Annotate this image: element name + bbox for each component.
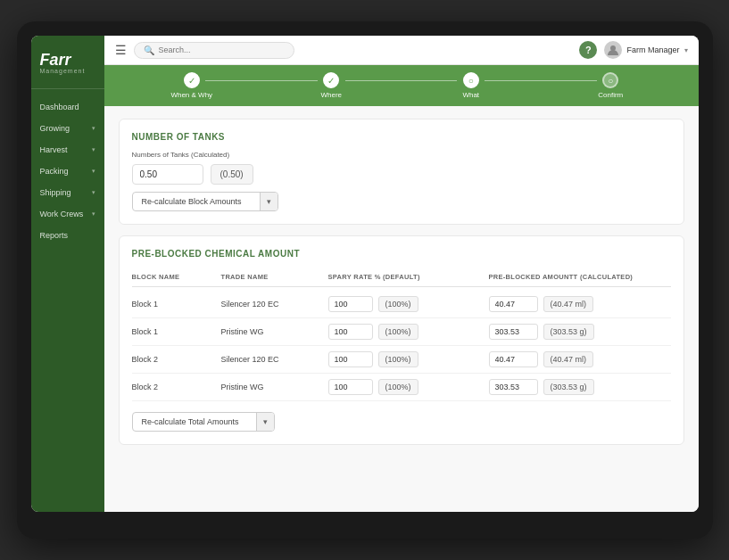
spray-rate-input[interactable]: [328, 379, 373, 395]
table-row: Block 1 Silencer 120 EC (100%) (40.47 ml…: [132, 291, 671, 318]
tanks-section-title: NUMBER OF TANKS: [132, 132, 671, 142]
sidebar-item-packing[interactable]: Packing ▾: [31, 161, 104, 182]
tanks-calculated-display: (0.50): [211, 164, 253, 185]
sidebar-label: Shipping: [40, 188, 92, 197]
chevron-icon: ▾: [92, 189, 95, 196]
amount-input[interactable]: [489, 351, 538, 367]
sidebar-label: Packing: [40, 167, 92, 176]
chevron-icon: ▾: [92, 146, 95, 153]
user-menu[interactable]: Farm Manager ▾: [604, 41, 687, 59]
user-avatar: [604, 41, 622, 59]
search-input[interactable]: [159, 45, 285, 54]
chemical-table: BLOCK NAME TRADE NAME SPARY RATE % (DEFA…: [132, 268, 671, 401]
chevron-icon: ▾: [92, 125, 95, 132]
tanks-field-label: Numbers of Tanks (Calculated): [132, 151, 671, 159]
recalculate-total-button[interactable]: Re-calculate Total Amounts ▾: [132, 412, 276, 432]
wizard-steps: ✓ When & Why ✓ Where ○ What ○ Confirm: [104, 65, 699, 106]
chevron-icon: ▾: [92, 168, 95, 175]
chemical-section-title: PRE-BLOCKED CHEMICAL AMOUNT: [132, 249, 671, 259]
spray-calc-display: (100%): [378, 379, 418, 395]
spray-calc-display: (100%): [378, 296, 418, 312]
sidebar-label: Reports: [40, 231, 95, 240]
step-circle-3: ○: [463, 72, 479, 88]
amount-calc-display: (303.53 g): [543, 324, 594, 340]
trade-name-cell: Silencer 120 EC: [221, 355, 328, 364]
amount-calc-display: (303.53 g): [543, 379, 594, 395]
spray-rate-cell: (100%): [328, 324, 489, 340]
col-header-block: BLOCK NAME: [132, 273, 221, 281]
recalculate-block-button[interactable]: Re-calculate Block Amounts ▾: [132, 192, 278, 211]
col-header-trade: TRADE NAME: [221, 273, 328, 281]
block-name-cell: Block 1: [132, 300, 221, 309]
sidebar-item-work-crews[interactable]: Work Crews ▾: [31, 203, 104, 225]
amount-cell: (40.47 ml): [489, 351, 671, 367]
col-header-amount: PRE-BLOCKED AMOUNTT (CALCULATED): [489, 273, 671, 281]
amount-input[interactable]: [489, 324, 538, 340]
amount-cell: (303.53 g): [489, 324, 671, 340]
tanks-card: NUMBER OF TANKS Numbers of Tanks (Calcul…: [119, 119, 684, 225]
step-what[interactable]: ○ What: [402, 72, 542, 99]
main-area: ☰ 🔍 ? Farm Manager ▾: [104, 36, 699, 512]
table-header: BLOCK NAME TRADE NAME SPARY RATE % (DEFA…: [132, 268, 671, 287]
step-circle-4: ○: [602, 72, 618, 88]
spray-rate-input[interactable]: [328, 324, 373, 340]
trade-name-cell: Silencer 120 EC: [221, 300, 328, 309]
sidebar-label: Growing: [40, 124, 92, 133]
step-where[interactable]: ✓ Where: [261, 72, 402, 99]
sidebar-item-harvest[interactable]: Harvest ▾: [31, 139, 104, 161]
step-label-1: When & Why: [170, 91, 212, 99]
sidebar-item-reports[interactable]: Reports: [31, 225, 104, 246]
table-row: Block 1 Pristine WG (100%) (303.53 g): [132, 318, 671, 346]
block-name-cell: Block 1: [132, 327, 221, 336]
step-label-3: What: [462, 91, 479, 99]
tanks-input-row: (0.50): [132, 164, 671, 185]
table-row: Block 2 Pristine WG (100%) (303.53 g): [132, 374, 671, 401]
step-confirm[interactable]: ○ Confirm: [541, 72, 681, 99]
chevron-icon: ▾: [92, 210, 95, 218]
spray-rate-cell: (100%): [328, 379, 489, 395]
topbar: ☰ 🔍 ? Farm Manager ▾: [104, 36, 699, 65]
block-name-cell: Block 2: [132, 355, 221, 364]
sidebar-label: Work Crews: [40, 210, 92, 218]
amount-calc-display: (40.47 ml): [543, 296, 594, 312]
spray-calc-display: (100%): [378, 351, 418, 367]
sidebar-label: Harvest: [40, 145, 92, 154]
help-button[interactable]: ?: [579, 41, 597, 59]
tanks-value-input[interactable]: [132, 164, 203, 185]
step-when-why[interactable]: ✓ When & Why: [122, 72, 262, 99]
app-subtitle: Management: [40, 68, 95, 74]
sidebar-label: Dashboard: [40, 103, 95, 111]
amount-input[interactable]: [489, 296, 538, 312]
bottom-btn-row: Re-calculate Total Amounts ▾: [132, 412, 671, 432]
hamburger-icon[interactable]: ☰: [115, 43, 127, 57]
amount-cell: (40.47 ml): [489, 296, 671, 312]
content-area: NUMBER OF TANKS Numbers of Tanks (Calcul…: [104, 106, 699, 512]
recalculate-block-label: Re-calculate Block Amounts: [142, 197, 242, 206]
screen: Farr Management Dashboard Growing ▾ Harv…: [31, 36, 699, 512]
step-label-2: Where: [320, 91, 342, 99]
dropdown-arrow-icon[interactable]: ▾: [256, 413, 274, 431]
amount-calc-display: (40.47 ml): [543, 351, 594, 367]
table-row: Block 2 Silencer 120 EC (100%) (40.47 ml…: [132, 346, 671, 374]
sidebar-item-shipping[interactable]: Shipping ▾: [31, 182, 104, 203]
chemical-card: PRE-BLOCKED CHEMICAL AMOUNT BLOCK NAME T…: [119, 235, 684, 445]
step-circle-2: ✓: [323, 72, 339, 88]
app-name: Farr: [40, 52, 95, 68]
step-label-4: Confirm: [598, 91, 623, 99]
spray-rate-input[interactable]: [328, 296, 373, 312]
user-chevron-icon: ▾: [684, 46, 688, 54]
app-logo: Farr Management: [31, 43, 104, 89]
search-box[interactable]: 🔍: [134, 42, 294, 59]
step-circle-1: ✓: [184, 72, 200, 88]
spray-rate-cell: (100%): [328, 296, 489, 312]
spray-rate-input[interactable]: [328, 351, 373, 367]
laptop-frame: Farr Management Dashboard Growing ▾ Harv…: [17, 21, 713, 539]
sidebar-item-dashboard[interactable]: Dashboard: [31, 96, 104, 118]
trade-name-cell: Pristine WG: [221, 327, 328, 336]
sidebar-item-growing[interactable]: Growing ▾: [31, 118, 104, 139]
user-name: Farm Manager: [626, 45, 679, 54]
dropdown-arrow-icon[interactable]: ▾: [260, 193, 278, 210]
amount-input[interactable]: [489, 379, 538, 395]
sidebar: Farr Management Dashboard Growing ▾ Harv…: [31, 36, 104, 512]
trade-name-cell: Pristine WG: [221, 383, 328, 391]
